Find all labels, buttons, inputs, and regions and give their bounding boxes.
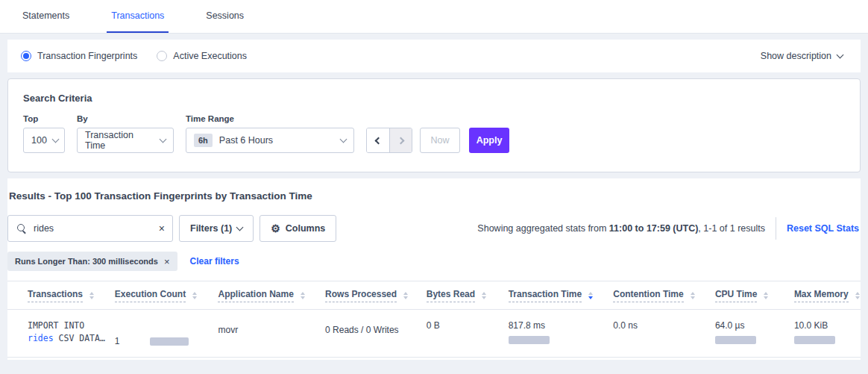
time-window-arrows: [366, 128, 412, 153]
column-header-label: Execution Count: [115, 289, 186, 302]
column-header-label: Transaction Time: [509, 289, 582, 302]
stats-range: 11:00 to 17:59 (UTC): [609, 223, 698, 234]
cell-cpu-time: 64.0 µs: [715, 310, 794, 357]
sort-up-arrow: [482, 292, 486, 295]
by-label: By: [77, 114, 174, 123]
search-criteria-title: Search Criteria: [23, 93, 845, 104]
table-row: IMPORT INTO rides CSV DATA… 1 movr 0 Rea…: [7, 310, 861, 358]
tab-transactions[interactable]: Transactions: [107, 0, 169, 33]
filters-button[interactable]: Filters (1): [179, 215, 254, 242]
transactions-table: Transactions Execution Count Application…: [7, 281, 861, 358]
time-next-button[interactable]: [389, 128, 412, 152]
search-criteria-card: Search Criteria Top 100 By Transaction T…: [7, 78, 861, 172]
clear-filters-link[interactable]: Clear filters: [190, 256, 239, 267]
sort-icon[interactable]: [89, 292, 94, 299]
now-button[interactable]: Now: [420, 128, 460, 153]
execution-count-bar: [150, 337, 189, 346]
radio-dot: [23, 53, 29, 59]
sort-down-arrow-active: [588, 296, 593, 299]
reset-sql-stats-link[interactable]: Reset SQL Stats: [787, 223, 859, 234]
time-range-value: Past 6 Hours: [219, 135, 273, 146]
sort-icon[interactable]: [192, 292, 197, 299]
column-header-label: Bytes Read: [427, 289, 475, 302]
cell-execution-count: 1: [115, 310, 218, 357]
stats-suffix: , 1-1 of 1 results: [698, 223, 765, 234]
column-header-execution-count[interactable]: Execution Count: [115, 289, 218, 302]
sort-icon[interactable]: [855, 292, 860, 299]
column-header-label: Contention Time: [613, 289, 683, 302]
results-panel: Results - Top 100 Transaction Fingerprin…: [7, 178, 861, 360]
column-header-contention-time[interactable]: Contention Time: [613, 289, 715, 302]
column-header-label: Transactions: [28, 289, 83, 302]
view-toggle-band: Transaction Fingerprints Active Executio…: [7, 40, 861, 72]
cell-transaction-fingerprint[interactable]: IMPORT INTO rides CSV DATA…: [28, 310, 115, 357]
column-header-application-name[interactable]: Application Name: [218, 289, 325, 302]
filter-pill[interactable]: Runs Longer Than: 300 milliseconds ×: [7, 252, 177, 271]
transactions-page: Statements Transactions Sessions Transac…: [0, 0, 868, 360]
by-select[interactable]: Transaction Time: [77, 128, 174, 153]
sort-icon[interactable]: [764, 292, 768, 299]
radio-active-executions[interactable]: Active Executions: [157, 51, 247, 61]
cpu-time-bar: [715, 336, 756, 344]
transaction-statement-line2: rides CSV DATA…: [28, 332, 115, 345]
column-header-label: CPU Time: [715, 289, 757, 302]
table-name-link[interactable]: rides: [28, 333, 54, 343]
tab-sessions[interactable]: Sessions: [201, 0, 248, 33]
chevron-down-icon: [160, 136, 167, 143]
columns-button[interactable]: ⚙ Columns: [260, 215, 336, 242]
sort-icon[interactable]: [691, 292, 695, 299]
chevron-down-icon: [236, 224, 244, 231]
top-tab-bar: Statements Transactions Sessions: [0, 0, 868, 34]
sort-down-arrow: [482, 296, 486, 299]
transaction-time-bar: [509, 336, 550, 344]
time-range-badge: 6h: [194, 134, 213, 147]
top-field: Top 100: [23, 114, 65, 153]
top-select[interactable]: 100: [23, 128, 65, 153]
radio-label: Active Executions: [173, 51, 247, 61]
cell-contention-time: 0.0 ns: [613, 310, 715, 357]
stats-prefix: Showing aggregated stats from: [477, 223, 609, 234]
show-description-toggle[interactable]: Show description: [761, 51, 843, 61]
by-select-value: Transaction Time: [85, 130, 154, 151]
time-range-select[interactable]: 6h Past 6 Hours: [186, 128, 354, 153]
chevron-down-icon: [51, 136, 59, 143]
column-header-label: Rows Processed: [325, 289, 397, 302]
time-prev-button[interactable]: [367, 128, 389, 152]
execution-count-value: 1: [115, 336, 120, 346]
sort-down-arrow: [855, 296, 860, 299]
column-header-transactions[interactable]: Transactions: [28, 289, 115, 302]
clear-search-icon[interactable]: ×: [159, 223, 165, 234]
sort-down-arrow: [192, 296, 197, 299]
sort-down-arrow: [691, 296, 695, 299]
statement-rest: CSV DATA…: [54, 333, 105, 343]
tab-statements[interactable]: Statements: [18, 0, 74, 33]
chevron-right-icon: [397, 137, 405, 144]
search-input[interactable]: rides ×: [7, 215, 173, 242]
cell-application-name: movr: [218, 310, 325, 357]
column-header-bytes-read[interactable]: Bytes Read: [427, 289, 509, 302]
transaction-time-value: 817.8 ms: [509, 320, 614, 331]
filters-button-label: Filters (1): [190, 223, 232, 234]
column-header-transaction-time[interactable]: Transaction Time: [509, 289, 614, 302]
sort-icon[interactable]: [301, 292, 305, 299]
sort-up-arrow: [89, 292, 94, 295]
results-heading: Results - Top 100 Transaction Fingerprin…: [7, 190, 861, 202]
sort-icon[interactable]: [403, 292, 408, 299]
sort-icon-active-desc[interactable]: [588, 292, 593, 299]
radio-transaction-fingerprints[interactable]: Transaction Fingerprints: [21, 51, 137, 61]
sort-icon[interactable]: [482, 292, 486, 299]
column-header-cpu-time[interactable]: CPU Time: [715, 289, 794, 302]
by-field: By Transaction Time: [77, 114, 174, 153]
chevron-down-icon: [340, 136, 347, 143]
column-header-rows-processed[interactable]: Rows Processed: [325, 289, 427, 302]
remove-filter-icon[interactable]: ×: [164, 256, 170, 267]
apply-button[interactable]: Apply: [469, 128, 509, 153]
cell-transaction-time: 817.8 ms: [509, 310, 614, 357]
search-icon: [17, 224, 27, 234]
sort-up-arrow: [764, 292, 768, 295]
chevron-down-icon: [837, 52, 844, 59]
active-filters-row: Runs Longer Than: 300 milliseconds × Cle…: [7, 252, 861, 271]
sort-down-arrow: [403, 296, 408, 299]
search-input-value: rides: [34, 223, 159, 234]
column-header-max-memory[interactable]: Max Memory: [794, 289, 861, 302]
